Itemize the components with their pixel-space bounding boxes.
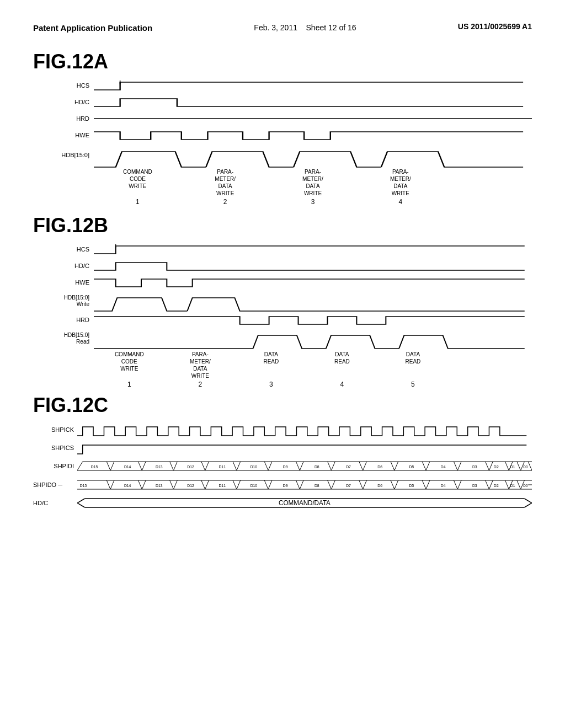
svg-text:D7: D7 xyxy=(346,484,351,488)
svg-line-14 xyxy=(173,462,177,470)
svg-line-81 xyxy=(359,480,363,489)
svg-line-93 xyxy=(486,480,489,489)
fig12a-hcs-row: HCS xyxy=(33,78,532,93)
svg-text:D5: D5 xyxy=(409,484,414,488)
svg-text:D14: D14 xyxy=(124,484,131,488)
svg-line-72 xyxy=(264,480,268,489)
svg-line-44 xyxy=(489,462,493,470)
svg-line-78 xyxy=(328,480,332,489)
fig12c-shpidi-cells: D15 D14 D13 D12 xyxy=(77,459,532,473)
fig12c-shpics-wave xyxy=(77,441,532,455)
fig12a-label: FIG.12A xyxy=(33,50,532,73)
fig12a-ann1: COMMANDCODEWRITE xyxy=(94,168,182,197)
svg-line-60 xyxy=(138,480,142,489)
header-patent-number: US 2011/0025699 A1 xyxy=(458,22,532,31)
fig12a-hdc-wave xyxy=(94,94,532,110)
fig12c-shpick-wave xyxy=(77,422,532,437)
svg-text:COMMAND/DATA: COMMAND/DATA xyxy=(279,499,331,507)
fig12c-shpido-label: SHPIDO ─ xyxy=(33,481,77,488)
svg-text:D14: D14 xyxy=(124,465,131,469)
svg-text:D13: D13 xyxy=(156,484,163,488)
svg-line-84 xyxy=(391,480,395,489)
fig12b-num1: 1 xyxy=(94,381,165,388)
svg-line-25 xyxy=(296,462,300,470)
fig12b-num3: 3 xyxy=(236,381,307,388)
fig12b-label: FIG.12B xyxy=(33,214,532,237)
svg-line-105 xyxy=(77,499,85,503)
svg-line-87 xyxy=(422,480,426,489)
fig12a-hcs-label: HCS xyxy=(33,82,94,89)
fig12b-numbers: 1 2 3 4 5 xyxy=(94,381,532,388)
fig12a-hrd-row: HRD xyxy=(33,111,532,126)
svg-line-91 xyxy=(457,480,461,489)
svg-line-63 xyxy=(170,480,174,489)
fig12c: FIG.12C SHPICK SHPICS SHPIDI xyxy=(33,394,532,511)
fig12b-num5: 5 xyxy=(377,381,449,388)
svg-line-79 xyxy=(331,480,335,489)
svg-text:D1: D1 xyxy=(510,484,515,488)
fig12b-hrd-wave xyxy=(94,312,532,328)
fig12c-hdc-wave: COMMAND/DATA xyxy=(77,496,532,510)
fig12a-annotations: COMMANDCODEWRITE PARA-METER/DATAWRITE PA… xyxy=(94,168,532,197)
fig12b-hdbr-label: HDB[15:0]Read xyxy=(33,332,94,345)
svg-line-85 xyxy=(395,480,398,489)
fig12b-hdc-label: HD/C xyxy=(33,263,94,269)
fig12c-label: FIG.12C xyxy=(33,394,532,417)
svg-line-46 xyxy=(505,462,509,470)
fig12c-shpidi-container: D15 D14 D13 D12 xyxy=(77,459,532,473)
fig12c-hdc-label: HD/C xyxy=(33,500,77,506)
svg-text:D10: D10 xyxy=(250,484,258,488)
svg-text:D1: D1 xyxy=(510,465,515,469)
fig12b-hdc-row: HD/C xyxy=(33,258,532,274)
fig12a-num-spacer xyxy=(444,198,532,206)
svg-line-66 xyxy=(201,480,205,489)
svg-line-69 xyxy=(233,480,237,489)
svg-text:D3: D3 xyxy=(472,465,477,469)
fig12b-ann2: PARA-METER/DATAWRITE xyxy=(165,351,236,379)
fig12a-hcs-wave xyxy=(94,78,532,93)
fig12b-num2: 2 xyxy=(165,381,236,388)
svg-line-94 xyxy=(489,480,493,489)
fig12c-shpidi-row: SHPIDI D15 xyxy=(33,458,532,474)
svg-text:D8: D8 xyxy=(315,465,319,469)
svg-text:D12: D12 xyxy=(187,465,194,469)
svg-line-11 xyxy=(142,462,146,470)
fig12b-hrd-label: HRD xyxy=(33,317,94,323)
fig12b-hdbr-wave xyxy=(94,331,532,346)
fig12a-num3: 3 xyxy=(269,198,357,206)
svg-text:D6: D6 xyxy=(377,484,382,488)
svg-text:D0: D0 xyxy=(523,484,527,488)
fig12b: FIG.12B HCS HD/C HWE xyxy=(33,214,532,388)
svg-line-90 xyxy=(454,480,457,489)
svg-line-8 xyxy=(110,462,114,470)
fig12a-hwe-wave xyxy=(94,127,532,143)
svg-line-88 xyxy=(426,480,430,489)
svg-line-57 xyxy=(106,480,110,489)
fig12a-hdb-label: HDB[15:0] xyxy=(33,152,94,158)
fig12a-ann-spacer xyxy=(444,168,532,197)
svg-line-82 xyxy=(363,480,367,489)
fig12c-shpido-row: SHPIDO ─ D15 D14 D13 xyxy=(33,477,532,493)
fig12b-hdbr-row: HDB[15:0]Read xyxy=(33,329,532,349)
fig12c-shpido-cells: D15 D14 D13 D12 D11 D10 xyxy=(77,478,532,491)
svg-text:D12: D12 xyxy=(187,484,194,488)
fig12a-num4: 4 xyxy=(356,198,444,206)
svg-text:D11: D11 xyxy=(218,465,226,469)
svg-line-106 xyxy=(77,503,85,507)
fig12c-shpick-label: SHPICK xyxy=(33,426,77,433)
fig12c-hdc-row: HD/C COMMAND/DATA xyxy=(33,495,532,511)
svg-line-107 xyxy=(524,499,532,503)
svg-line-58 xyxy=(110,480,114,489)
fig12b-ann4: DATAREAD xyxy=(307,351,378,379)
svg-line-73 xyxy=(268,480,272,489)
svg-text:D4: D4 xyxy=(441,465,446,469)
fig12a-numbers: 1 2 3 4 xyxy=(94,198,532,206)
svg-line-37 xyxy=(422,462,426,470)
svg-text:D15: D15 xyxy=(80,484,87,488)
svg-line-64 xyxy=(173,480,177,489)
svg-line-40 xyxy=(454,462,457,470)
fig12b-num4: 4 xyxy=(307,381,378,388)
fig12c-shpics-label: SHPICS xyxy=(33,445,77,451)
svg-text:D9: D9 xyxy=(283,465,288,469)
fig12a-ann3: PARA-METER/DATAWRITE xyxy=(269,168,357,197)
